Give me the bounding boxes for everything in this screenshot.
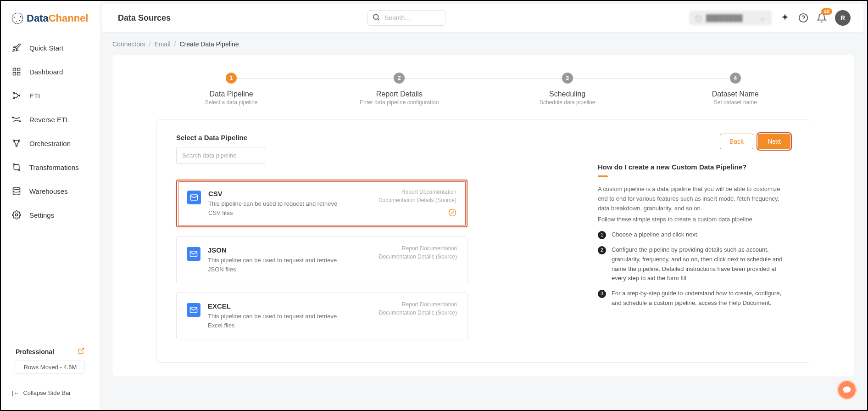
help-steps: 1 Choose a pipeline and click next. 2 Co…: [598, 230, 790, 308]
sidebar-item-etl[interactable]: ETL: [7, 84, 93, 107]
step-title: Dataset Name: [712, 90, 759, 98]
transform-icon: [12, 163, 21, 172]
content: Connectors / Email / Create Data Pipelin…: [100, 32, 867, 410]
chat-icon: [842, 385, 851, 394]
plan-box: Professional Rows Moved - 4.6M: [9, 342, 91, 379]
help-paragraph: A custom pipeline is a data pipeline tha…: [598, 185, 790, 213]
reverse-etl-icon: [12, 115, 21, 124]
nav-label: Quick Start: [29, 44, 63, 52]
help-step-1: 1 Choose a pipeline and click next.: [598, 230, 790, 240]
step-badge: 3: [598, 290, 606, 298]
external-link-icon[interactable]: [78, 347, 85, 356]
step-3[interactable]: 3 Scheduling Schedule data pipeline: [484, 73, 651, 106]
stepper: 1 Data Pipeline Select a data pipeline 2…: [147, 73, 819, 106]
svg-point-15: [16, 145, 17, 146]
documentation-details-link[interactable]: Documentation Details (Source): [378, 196, 456, 204]
svg-point-18: [13, 187, 20, 190]
step-number: 2: [394, 73, 405, 84]
sidebar-item-reverse-etl[interactable]: Reverse ETL: [7, 108, 93, 130]
svg-point-19: [16, 214, 18, 216]
step-2[interactable]: 2 Report Details Enter data pipeline con…: [315, 73, 483, 106]
pipeline-search-input[interactable]: [176, 147, 265, 164]
check-circle-icon: [448, 208, 456, 218]
step-title: Report Details: [376, 90, 423, 98]
documentation-details-link[interactable]: Documentation Details (Source): [379, 309, 457, 317]
org-selector[interactable]: ▢ ████████ ⌄: [689, 11, 772, 25]
avatar[interactable]: R: [835, 10, 851, 26]
mail-icon: [187, 303, 200, 317]
org-name: ████████: [706, 14, 742, 22]
step-subtitle: Set dataset name: [714, 99, 757, 106]
chevron-down-icon: ⌄: [760, 14, 765, 22]
chat-fab[interactable]: [837, 380, 857, 400]
sidebar-item-transformations[interactable]: Transformations: [7, 156, 93, 178]
help-paragraph: Follow these simple steps to create a cu…: [598, 215, 790, 225]
pipeline-links: Report Documentation Documentation Detai…: [379, 300, 457, 317]
sidebar-item-settings[interactable]: Settings: [7, 204, 93, 226]
step-subtitle: Schedule data pipeline: [540, 99, 595, 106]
help-icon[interactable]: [798, 13, 808, 23]
database-icon: [12, 186, 21, 196]
step-4[interactable]: 4 Dataset Name Set dataset name: [651, 73, 819, 106]
svg-point-0: [12, 13, 22, 23]
logo-text: DataChannel: [27, 12, 88, 24]
svg-point-9: [13, 92, 15, 94]
breadcrumb-email[interactable]: Email: [154, 40, 170, 48]
step-1[interactable]: 1 Data Pipeline Select a data pipeline: [147, 73, 315, 106]
sparkle-icon[interactable]: [780, 13, 790, 23]
collapse-label: Collapse Side Bar: [23, 389, 71, 396]
documentation-details-link[interactable]: Documentation Details (Source): [379, 253, 457, 261]
pipeline-links: Report Documentation Documentation Detai…: [379, 244, 457, 261]
breadcrumb-sep: /: [149, 40, 151, 48]
breadcrumb-current: Create Data Pipeline: [179, 40, 239, 48]
help-step-2: 2 Configure the pipeline by providing de…: [598, 245, 790, 283]
report-documentation-link[interactable]: Report Documentation: [379, 300, 457, 309]
svg-point-10: [13, 97, 15, 98]
help-col: Back Next How do I create a new Custom D…: [598, 134, 790, 349]
collapse-sidebar-button[interactable]: |← Collapse Side Bar: [1, 384, 100, 402]
sidebar-item-orchestration[interactable]: Orchestration: [7, 132, 93, 154]
logo[interactable]: DataChannel: [1, 9, 100, 37]
step-number: 1: [226, 73, 237, 84]
sidebar-item-warehouses[interactable]: Warehouses: [7, 180, 93, 202]
page-title: Data Sources: [118, 13, 171, 23]
help-step-text: Choose a pipeline and click next.: [612, 230, 699, 240]
report-documentation-link[interactable]: Report Documentation: [378, 188, 456, 196]
nav-label: Orchestration: [29, 140, 71, 147]
help-step-text: Configure the pipeline by providing deta…: [612, 245, 790, 283]
topbar-right: ▢ ████████ ⌄ 40 R: [689, 10, 851, 26]
wizard-card: 1 Data Pipeline Select a data pipeline 2…: [112, 55, 854, 377]
report-documentation-link[interactable]: Report Documentation: [379, 244, 457, 253]
sidebar-item-dashboard[interactable]: Dashboard: [7, 61, 93, 83]
svg-point-20: [373, 15, 378, 20]
nav-label: Settings: [29, 211, 54, 219]
rocket-icon: [12, 43, 21, 52]
breadcrumb-connectors[interactable]: Connectors: [112, 40, 145, 48]
pipeline-description: This pipeline can be used to request and…: [208, 256, 345, 274]
nav-label: Reverse ETL: [29, 116, 70, 124]
step-title: Data Pipeline: [210, 90, 253, 98]
step-badge: 2: [598, 246, 606, 254]
pipeline-card-csv[interactable]: CSV This pipeline can be used to request…: [176, 180, 467, 227]
back-button[interactable]: Back: [720, 134, 753, 149]
plan-name: Professional: [16, 348, 54, 355]
pipeline-card-excel[interactable]: EXCEL This pipeline can be used to reque…: [176, 293, 467, 339]
nav: Quick Start Dashboard ETL Reverse ETL Or…: [1, 37, 100, 337]
nav-label: ETL: [29, 92, 42, 100]
svg-rect-5: [13, 68, 16, 71]
svg-point-2: [20, 16, 22, 17]
breadcrumb: Connectors / Email / Create Data Pipelin…: [112, 40, 854, 48]
collapse-icon: |←: [12, 389, 19, 396]
nav-label: Dashboard: [29, 68, 63, 76]
sidebar-item-quickstart[interactable]: Quick Start: [7, 37, 93, 59]
nav-label: Warehouses: [29, 187, 68, 195]
sidebar: DataChannel Quick Start Dashboard ETL Re…: [1, 1, 100, 410]
etl-icon: [12, 91, 21, 100]
pipeline-card-json[interactable]: JSON This pipeline can be used to reques…: [176, 236, 467, 283]
next-button[interactable]: Next: [758, 134, 790, 149]
notifications-button[interactable]: 40: [817, 13, 827, 23]
svg-rect-6: [17, 68, 20, 71]
svg-point-1: [13, 17, 15, 18]
pipeline-description: This pipeline can be used to request and…: [208, 312, 345, 330]
search-icon: [372, 13, 380, 23]
